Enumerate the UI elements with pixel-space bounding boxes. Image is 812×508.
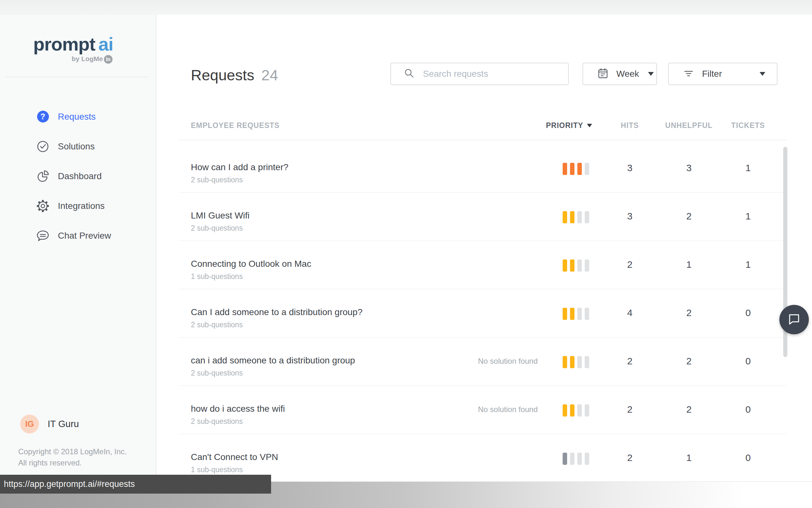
sidebar-item-chat-preview[interactable]: Chat Preview [0,221,156,251]
brand-logo-ai: ai [98,34,113,54]
tickets-value: 0 [724,403,772,416]
priority-bar [563,211,567,223]
request-subtext: 2 sub-questions [191,369,243,378]
status-url: https://app.getprompt.ai/#requests [4,479,135,489]
sidebar-item-dashboard[interactable]: Dashboard [0,161,156,191]
hits-value: 4 [607,306,652,319]
priority-bars [563,453,592,465]
table-row[interactable]: Connecting to Outlook on Mac 1 sub-quest… [179,241,787,289]
week-dropdown[interactable]: Week [582,63,657,85]
request-count: 24 [261,67,278,84]
request-subtext: 1 sub-questions [191,272,243,281]
column-unhelpful: UNHELPFUL [665,119,713,132]
unhelpful-value: 2 [665,403,713,416]
filter-dropdown-label: Filter [702,69,722,79]
page-title-text: Requests [191,67,254,84]
brand-byline: by LogMeIn [33,55,112,64]
top-band [0,0,812,15]
unhelpful-value: 2 [665,210,713,223]
priority-bar [563,453,567,465]
priority-bar [570,259,574,271]
priority-bar [585,211,589,223]
column-priority-sort[interactable]: PRIORITY [543,119,594,132]
sidebar-item-label: Requests [58,112,96,122]
priority-bars [563,356,592,368]
chat-bubble-icon [36,229,50,243]
priority-bar [585,453,589,465]
priority-bars [563,308,592,320]
column-employee-requests: EMPLOYEE REQUESTS [191,119,280,132]
hits-value: 2 [607,403,652,416]
column-priority-label: PRIORITY [546,119,583,132]
request-title: How can I add a printer? [191,162,288,172]
chevron-down-icon [760,72,765,76]
priority-bar [570,453,574,465]
sidebar-item-solutions[interactable]: Solutions [0,131,156,161]
table-row[interactable]: can i add someone to a distribution grou… [179,338,787,386]
table-row[interactable]: LMI Guest Wifi 2 sub-questions 3 2 1 [179,193,787,241]
week-dropdown-label: Week [616,69,639,79]
table-row[interactable]: How can I add a printer? 2 sub-questions… [179,144,787,193]
sort-caret-icon [587,124,592,127]
chat-launcher-button[interactable] [779,305,809,334]
search-input[interactable] [422,69,558,79]
tickets-value: 0 [724,306,772,319]
priority-bars [563,405,592,417]
requests-table-body: How can I add a printer? 2 sub-questions… [179,144,787,482]
priority-bar [577,211,582,223]
chevron-down-icon [648,72,654,76]
tickets-value: 1 [724,162,772,174]
search-box[interactable] [390,63,569,85]
sidebar-item-integrations[interactable]: Integrations [0,191,156,221]
priority-bar [570,356,574,368]
hits-value: 2 [607,355,652,368]
calendar-icon [597,68,609,80]
priority-bar [577,259,582,271]
filter-dropdown[interactable]: Filter [668,63,777,85]
unhelpful-value: 1 [665,258,713,271]
sidebar: promptai by LogMeIn ? Requests Solutions… [0,0,156,481]
main-content: Requests24 Week Filter EMPLOYEE REQUESTS… [156,0,812,481]
table-row[interactable]: Can I add someone to a distribution grou… [179,289,787,338]
search-icon [404,68,415,80]
request-subtext: 2 sub-questions [191,321,243,329]
request-note: No solution found [442,405,538,414]
unhelpful-value: 3 [665,162,713,174]
hits-value: 2 [607,451,652,464]
chat-bubble-icon [787,311,802,328]
question-circle-icon: ? [36,110,50,124]
brand-logo-prompt: prompt [33,34,95,54]
priority-bar [585,259,589,271]
priority-bars [563,259,592,271]
priority-bar [570,308,574,320]
filter-icon [683,68,695,80]
tickets-value: 0 [724,355,772,368]
user-profile[interactable]: IG IT Guru [20,415,79,433]
request-title: how do i access the wifi [191,404,285,414]
table-row[interactable]: how do i access the wifi 2 sub-questions… [179,386,787,434]
table-header-divider [179,140,787,140]
column-hits: HITS [607,119,652,132]
priority-bar [585,308,589,320]
priority-bar [577,453,582,465]
priority-bar [563,163,567,175]
request-title: Can't Connect to VPN [191,452,278,462]
priority-bar [570,211,574,223]
request-title: Can I add someone to a distribution grou… [191,307,363,318]
request-subtext: 1 sub-questions [191,465,243,474]
request-subtext: 2 sub-questions [191,417,243,426]
priority-bar [563,405,567,417]
priority-bar [570,163,574,175]
hits-value: 3 [607,162,652,174]
priority-bars [563,211,592,223]
unhelpful-value: 1 [665,451,713,464]
hits-value: 2 [607,258,652,271]
status-bar: https://app.getprompt.ai/#requests [0,475,271,494]
sidebar-item-requests[interactable]: ? Requests [0,102,156,131]
priority-bar [585,163,589,175]
priority-bar [563,308,567,320]
sidebar-nav: ? Requests Solutions Dashboard [0,102,156,251]
priority-bar [577,405,582,417]
avatar: IG [20,415,39,433]
unhelpful-value: 2 [665,355,713,368]
